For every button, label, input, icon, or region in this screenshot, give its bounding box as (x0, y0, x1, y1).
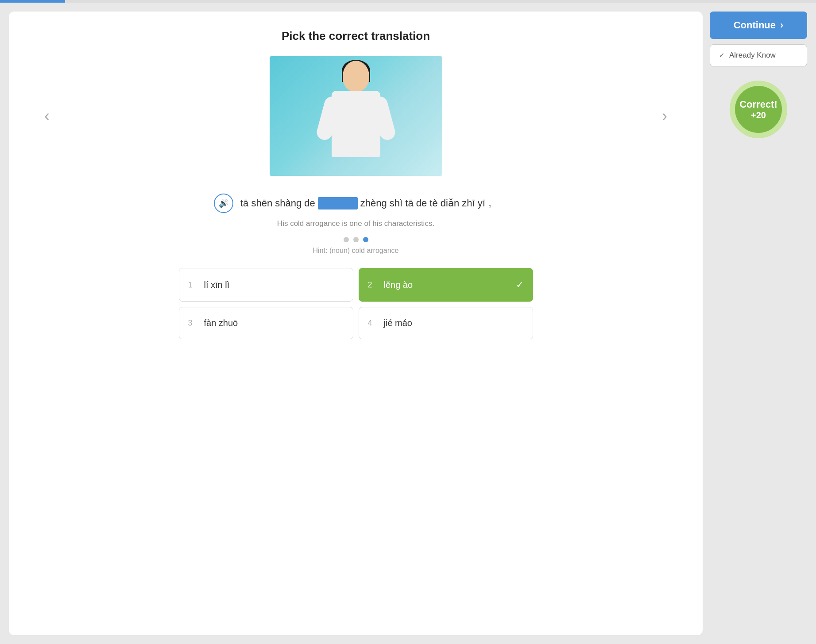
sidebar: Continue › ✓ Already Know Correct! +20 (710, 12, 807, 635)
option-2[interactable]: 2 lěng ào ✓ (359, 268, 533, 302)
person-body (332, 91, 380, 157)
dot-2 (353, 237, 359, 242)
dot-1 (344, 237, 349, 242)
sentence-after: zhèng shì tā de tè diǎn zhī yī 。 (360, 197, 498, 210)
sentence-blank (318, 197, 358, 209)
continue-label: Continue (734, 19, 776, 31)
option-4-text: jié máo (384, 318, 412, 328)
option-3-number: 3 (188, 318, 197, 328)
continue-arrow-icon: › (780, 19, 783, 31)
option-2-check: ✓ (516, 279, 524, 291)
option-3-text: fàn zhuō (204, 318, 238, 328)
person-figure (316, 61, 396, 171)
dots-row (344, 237, 368, 242)
correct-points: +20 (751, 110, 766, 120)
continue-button[interactable]: Continue › (710, 12, 807, 39)
option-2-text: lěng ào (384, 280, 413, 290)
image-area: ‹ › (35, 56, 676, 176)
option-4[interactable]: 4 jié máo (359, 307, 533, 339)
next-arrow[interactable]: › (653, 102, 676, 130)
main-image (270, 56, 442, 176)
speaker-icon: 🔊 (219, 198, 228, 208)
already-know-button[interactable]: ✓ Already Know (710, 44, 807, 66)
option-2-number: 2 (368, 280, 377, 290)
person-head (343, 61, 369, 92)
prev-arrow[interactable]: ‹ (35, 102, 58, 130)
option-1-number: 1 (188, 280, 197, 290)
hint-text: Hint: (noun) cold arrogance (313, 247, 399, 255)
already-know-label: Already Know (729, 51, 776, 60)
dot-3 (363, 237, 368, 242)
option-3[interactable]: 3 fàn zhuō (179, 307, 353, 339)
translation-text: His cold arrogance is one of his charact… (277, 219, 434, 228)
checkmark-icon: ✓ (719, 51, 725, 59)
card-title: Pick the correct translation (282, 29, 430, 43)
option-1[interactable]: 1 lí xīn lì (179, 268, 353, 302)
options-grid: 1 lí xīn lì 2 lěng ào ✓ 3 fàn zhuō 4 jié… (179, 268, 533, 339)
sentence-area: 🔊 tā shēn shàng de zhèng shì tā de tè di… (214, 194, 498, 213)
correct-badge: Correct! +20 (730, 81, 787, 138)
audio-button[interactable]: 🔊 (214, 194, 233, 213)
sentence-text: tā shēn shàng de zhèng shì tā de tè diǎn… (240, 197, 498, 210)
correct-title: Correct! (739, 99, 777, 110)
sentence-before: tā shēn shàng de (240, 198, 315, 209)
option-4-number: 4 (368, 318, 377, 328)
main-card: Pick the correct translation ‹ › 🔊 tā (9, 12, 703, 635)
option-1-text: lí xīn lì (204, 280, 230, 290)
